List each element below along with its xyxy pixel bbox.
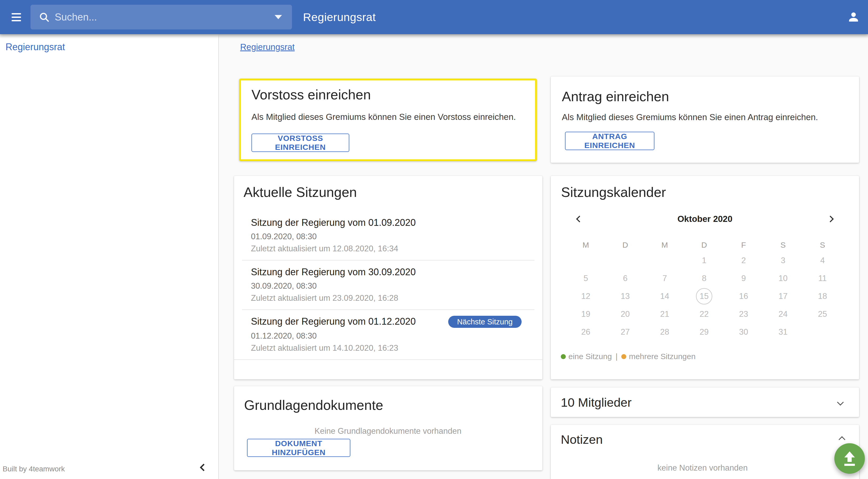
sitzung-title: Sitzung der Regierung vom 30.09.2020 bbox=[251, 266, 533, 278]
calendar-day-cell[interactable]: 11 bbox=[803, 269, 842, 287]
calendar-weekday-label: F bbox=[724, 241, 763, 250]
content-area: Vorstoss einreichen Als Mitglied dieses … bbox=[234, 76, 859, 479]
calendar-day-cell[interactable]: 13 bbox=[606, 287, 645, 305]
vorstoss-card-description: Als Mitglied dieses Gremiums können Sie … bbox=[251, 111, 525, 123]
sitzung-date: 01.12.2020, 08:30 bbox=[251, 331, 533, 341]
sitzungen-card-title: Aktuelle Sitzungen bbox=[244, 185, 542, 199]
sidebar-item-regierungsrat[interactable]: Regierungsrat bbox=[5, 41, 65, 53]
list-item-sitzung-2[interactable]: Sitzung der Regierung vom 30.09.2020 30.… bbox=[234, 260, 542, 310]
notizen-card-title: Notizen bbox=[561, 432, 602, 447]
dokument-hinzufuegen-button[interactable]: DOKUMENT HINZUFÜGEN bbox=[247, 439, 350, 457]
calendar-weekday-label: M bbox=[566, 241, 606, 250]
antrag-card: Antrag einreichen Als Mitglied dieses Gr… bbox=[551, 76, 859, 163]
calendar-weekday-row: MDMDFSS bbox=[566, 241, 843, 250]
sitzung-title: Sitzung der Regierung vom 01.09.2020 bbox=[251, 217, 533, 228]
calendar-day-cell[interactable]: 5 bbox=[566, 269, 606, 287]
calendar-day-cell[interactable]: 18 bbox=[803, 287, 842, 305]
chevron-up-icon[interactable] bbox=[839, 436, 845, 443]
calendar-empty-cell bbox=[645, 252, 684, 269]
calendar-day-cell[interactable]: 30 bbox=[724, 323, 763, 341]
chevron-down-icon[interactable] bbox=[837, 399, 843, 405]
sitzungen-card-footer bbox=[234, 359, 542, 379]
calendar-day-cell[interactable]: 16 bbox=[724, 287, 763, 305]
naechste-sitzung-badge: Nächste Sitzung bbox=[448, 316, 522, 328]
legend-separator: | bbox=[616, 352, 618, 361]
col-right-3: 10 Mitglieder Notizen keine Notizen vorh… bbox=[551, 386, 859, 479]
calendar-day-cell[interactable]: 6 bbox=[606, 269, 645, 287]
vorstoss-einreichen-button[interactable]: VORSTOSS EINREICHEN bbox=[251, 133, 349, 152]
chevron-left-icon bbox=[576, 216, 583, 222]
row-sitzungen-kalender: Aktuelle Sitzungen Sitzung der Regierung… bbox=[234, 176, 859, 379]
antrag-card-description: Als Mitglied dieses Gremiums können Sie … bbox=[562, 112, 847, 123]
footer-credit: Built by 4teamwork bbox=[3, 465, 65, 473]
calendar-weekday-label: D bbox=[684, 241, 724, 250]
calendar-weekday-label: S bbox=[763, 241, 803, 250]
calendar-day-cell[interactable]: 14 bbox=[645, 287, 684, 305]
calendar-day-cell[interactable]: 3 bbox=[763, 252, 803, 269]
legend-label: eine Sitzung bbox=[568, 352, 612, 361]
mitglieder-card[interactable]: 10 Mitglieder bbox=[551, 387, 859, 417]
legend-label: mehrere Sitzungen bbox=[629, 352, 695, 361]
mitglieder-card-title: 10 Mitglieder bbox=[561, 395, 631, 410]
calendar-day-cell[interactable]: 25 bbox=[803, 305, 842, 323]
calendar-prev-month-button[interactable] bbox=[575, 215, 584, 223]
calendar-day-cell[interactable]: 15 bbox=[684, 287, 724, 305]
col-left-1: Vorstoss einreichen Als Mitglied dieses … bbox=[234, 76, 542, 161]
row-dokumente-mitglieder: Grundlagendokumente Keine Grundlagendoku… bbox=[234, 386, 859, 479]
user-account-button[interactable] bbox=[847, 10, 860, 24]
search-input[interactable] bbox=[54, 11, 275, 23]
main-content: Regierungsrat Vorstoss einreichen Als Mi… bbox=[219, 34, 868, 479]
calendar-day-cell[interactable]: 21 bbox=[645, 305, 684, 323]
calendar-day-cell[interactable]: 23 bbox=[724, 305, 763, 323]
calendar-day-cell[interactable]: 7 bbox=[645, 269, 684, 287]
calendar-day-cell[interactable]: 24 bbox=[763, 305, 803, 323]
calendar-day-cell[interactable]: 12 bbox=[566, 287, 606, 305]
list-item-sitzung-1[interactable]: Sitzung der Regierung vom 01.09.2020 01.… bbox=[234, 211, 542, 260]
calendar-day-cell[interactable]: 2 bbox=[724, 252, 763, 269]
calendar-day-cell[interactable]: 8 bbox=[684, 269, 724, 287]
search-icon bbox=[38, 11, 50, 23]
sitzung-date: 30.09.2020, 08:30 bbox=[251, 281, 533, 291]
sitzung-date: 01.09.2020, 08:30 bbox=[251, 232, 533, 242]
calendar-day-cell[interactable]: 9 bbox=[724, 269, 763, 287]
calendar-day-cell[interactable]: 20 bbox=[606, 305, 645, 323]
person-icon bbox=[847, 10, 860, 24]
notizen-card-header[interactable]: Notizen bbox=[561, 432, 844, 447]
upload-fab-button[interactable] bbox=[834, 443, 865, 474]
calendar-day-cell[interactable]: 31 bbox=[763, 323, 803, 341]
sidebar: Regierungsrat Built by 4teamwork bbox=[0, 34, 219, 479]
calendar-empty-cell bbox=[566, 252, 606, 269]
calendar-empty-cell bbox=[803, 323, 842, 341]
calendar-day-cell[interactable]: 1 bbox=[684, 252, 724, 269]
col-right-1: Antrag einreichen Als Mitglied dieses Gr… bbox=[551, 76, 859, 163]
antrag-einreichen-button[interactable]: ANTRAG EINREICHEN bbox=[565, 132, 654, 150]
calendar-day-cell[interactable]: 28 bbox=[645, 323, 684, 341]
calendar-day-cell[interactable]: 27 bbox=[606, 323, 645, 341]
chevron-left-icon bbox=[200, 464, 207, 471]
calendar-day-cell[interactable]: 29 bbox=[684, 323, 724, 341]
col-right-2: Sitzungskalender Oktober 2020 MDMDFSS 12… bbox=[551, 176, 859, 379]
grundlagen-empty-text: Keine Grundlagendokumente vorhanden bbox=[244, 426, 532, 436]
calendar-selected-day-circle: 15 bbox=[696, 288, 712, 305]
breadcrumb[interactable]: Regierungsrat bbox=[240, 42, 294, 52]
search-dropdown-caret-icon[interactable] bbox=[275, 15, 282, 19]
search-box[interactable] bbox=[31, 5, 292, 29]
sitzungskalender-card: Sitzungskalender Oktober 2020 MDMDFSS 12… bbox=[551, 176, 859, 379]
antrag-card-title: Antrag einreichen bbox=[562, 89, 847, 104]
sidebar-collapse-button[interactable] bbox=[199, 463, 208, 473]
calendar-day-cell[interactable]: 19 bbox=[566, 305, 606, 323]
app-title: Regierungsrat bbox=[303, 11, 376, 24]
kalender-card-title: Sitzungskalender bbox=[561, 185, 859, 199]
calendar-day-cell[interactable]: 26 bbox=[566, 323, 606, 341]
calendar-day-cell[interactable]: 17 bbox=[763, 287, 803, 305]
calendar-day-cell[interactable]: 10 bbox=[763, 269, 803, 287]
calendar-day-cell[interactable]: 22 bbox=[684, 305, 724, 323]
sitzung-updated: Zuletzt aktualisiert um 14.10.2020, 16:2… bbox=[251, 343, 533, 353]
notizen-card: Notizen keine Notizen vorhanden bbox=[551, 425, 859, 479]
calendar-day-cell[interactable]: 4 bbox=[803, 252, 842, 269]
list-item-sitzung-3[interactable]: Sitzung der Regierung vom 01.12.2020 Näc… bbox=[234, 310, 542, 359]
sitzung-updated: Zuletzt aktualisiert um 12.08.2020, 16:3… bbox=[251, 244, 533, 254]
hamburger-menu-icon[interactable] bbox=[11, 11, 21, 23]
calendar-next-month-button[interactable] bbox=[826, 215, 835, 223]
legend-dot-icon bbox=[621, 354, 626, 359]
